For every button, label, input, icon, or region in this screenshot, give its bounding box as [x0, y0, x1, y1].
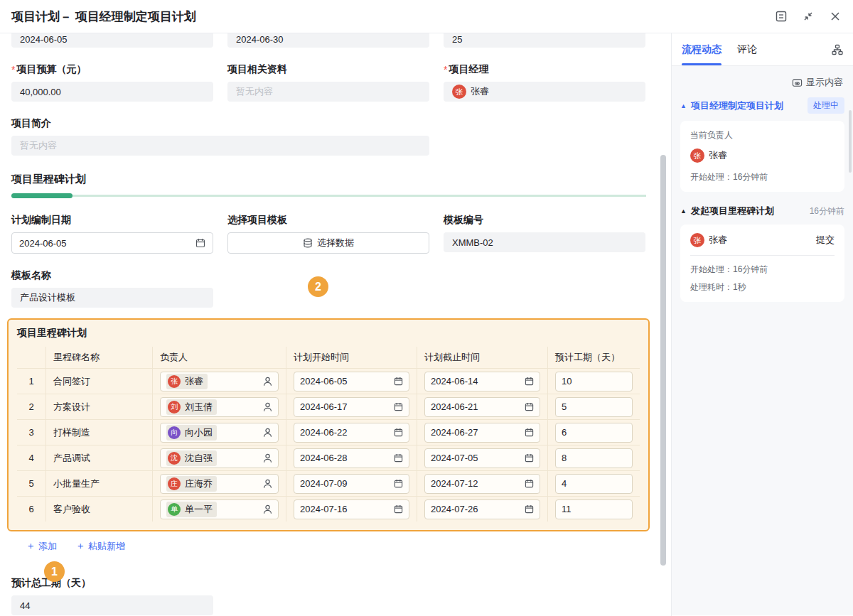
days-input[interactable]: 4: [555, 474, 633, 494]
collapse-icon[interactable]: [802, 10, 815, 23]
owner-name: 庄海乔: [185, 477, 213, 490]
template-no-field[interactable]: XMMB-02: [444, 232, 645, 252]
owner-chip: 沈 沈自强: [166, 450, 217, 466]
total-days-field[interactable]: 44: [11, 595, 213, 615]
end-date-picker[interactable]: 2024-07-05: [424, 448, 540, 468]
start-date-picker[interactable]: 2024-06-05: [294, 372, 409, 391]
row-index: 3: [17, 420, 45, 445]
days-input[interactable]: 8: [555, 448, 633, 468]
materials-field[interactable]: 暂无内容: [227, 82, 429, 102]
milestone-name-cell[interactable]: 小批量生产: [45, 471, 152, 496]
template-name-label: 模板名称: [11, 269, 646, 282]
calendar-icon: [394, 428, 403, 437]
row-index: 6: [17, 497, 45, 522]
close-icon[interactable]: [829, 10, 842, 23]
milestone-name-cell[interactable]: 客户验收: [45, 497, 152, 522]
col-owner-header: 负责人: [152, 347, 286, 368]
avatar: 张: [168, 375, 181, 388]
plan-date-input[interactable]: 2024-06-05: [11, 232, 213, 254]
start-date-field[interactable]: 2024-06-05: [11, 33, 213, 48]
budget-field[interactable]: 40,000.00: [11, 82, 213, 102]
table-row: 5 小批量生产 庄 庄海乔: [17, 470, 640, 496]
owner-label: 当前负责人: [690, 129, 835, 141]
milestone-name-cell[interactable]: 方案设计: [45, 394, 152, 419]
template-name-field[interactable]: 产品设计模板: [11, 288, 213, 308]
start-date-picker[interactable]: 2024-06-22: [294, 423, 409, 443]
days-input[interactable]: 10: [555, 372, 633, 391]
days-input[interactable]: 6: [555, 423, 633, 443]
days-input[interactable]: 11: [555, 499, 633, 519]
end-date-field[interactable]: 2024-06-30: [227, 33, 429, 48]
sidebar-tabbar: 流程动态 评论: [672, 33, 853, 66]
add-row-button[interactable]: ＋添加: [26, 540, 57, 553]
intro-field[interactable]: 暂无内容: [11, 136, 429, 156]
status-badge: 处理中: [808, 97, 844, 114]
avatar: 单: [168, 503, 181, 516]
start-date-picker[interactable]: 2024-06-28: [294, 448, 409, 468]
show-content-button[interactable]: 显示内容: [680, 76, 843, 89]
action-text: 提交: [816, 234, 835, 247]
calendar-icon: [394, 453, 403, 463]
main-scrollbar[interactable]: [660, 155, 666, 566]
person-icon[interactable]: [263, 377, 272, 387]
duration-field[interactable]: 25: [444, 33, 645, 48]
person-icon[interactable]: [263, 504, 272, 514]
flow-card-initiated: 张 张睿 提交 开始处理：16分钟前 处理耗时：1秒: [680, 225, 844, 302]
end-date-picker[interactable]: 2024-06-14: [424, 372, 540, 391]
flow-step-title: 发起项目里程碑计划: [691, 205, 810, 217]
person-icon[interactable]: [263, 453, 272, 463]
process-sidebar: 流程动态 评论 显示内容 ▲ 项目经理制定项目计划 处理中 当前负责人 张 张睿…: [671, 33, 853, 616]
sidebar-scrollbar[interactable]: [849, 110, 852, 173]
owner-name: 刘玉倩: [185, 401, 213, 414]
days-input[interactable]: 5: [555, 397, 633, 417]
tab-comments[interactable]: 评论: [737, 33, 757, 65]
start-date-picker[interactable]: 2024-07-09: [294, 474, 409, 494]
milestone-name-cell[interactable]: 打样制造: [45, 420, 152, 445]
flow-step-current[interactable]: ▲ 项目经理制定项目计划 处理中: [680, 97, 844, 114]
person-icon[interactable]: [263, 479, 272, 489]
select-data-button[interactable]: 选择数据: [227, 232, 429, 254]
owner-chip: 刘 刘玉倩: [166, 399, 217, 415]
end-date-picker[interactable]: 2024-06-27: [424, 423, 540, 443]
owner-picker[interactable]: 张 张睿: [160, 372, 279, 391]
milestone-section-title: 项目里程碑计划: [11, 173, 646, 186]
form-icon[interactable]: [775, 10, 788, 23]
start-date-picker[interactable]: 2024-06-17: [294, 397, 409, 417]
owner-picker[interactable]: 向 向小园: [160, 423, 279, 443]
calendar-icon: [394, 504, 403, 514]
person-icon[interactable]: [263, 402, 272, 412]
display-content-icon: [792, 77, 803, 88]
section-progress-bar: [11, 193, 646, 198]
org-chart-icon[interactable]: [832, 44, 843, 55]
owner-picker[interactable]: 庄 庄海乔: [160, 474, 279, 494]
milestone-name-cell[interactable]: 产品调试: [45, 445, 152, 470]
start-date-picker[interactable]: 2024-07-16: [294, 499, 409, 519]
person-icon[interactable]: [263, 428, 272, 438]
manager-field[interactable]: 张 张睿: [444, 82, 645, 102]
divider: [690, 255, 835, 256]
owner-name: 沈自强: [185, 452, 213, 465]
paste-add-button[interactable]: ＋粘贴新增: [75, 540, 125, 553]
owner-picker[interactable]: 单 单一平: [160, 499, 279, 519]
owner-picker[interactable]: 沈 沈自强: [160, 448, 279, 468]
row-index: 5: [17, 471, 45, 496]
calendar-icon: [195, 238, 205, 248]
avatar: 张: [690, 233, 704, 247]
col-start-header: 计划开始时间: [286, 347, 417, 368]
avatar: 张: [452, 85, 466, 99]
milestone-table: 里程碑名称 负责人 计划开始时间 计划截止时间 预计工期（天） 1 合同签订 张: [17, 347, 640, 522]
end-date-picker[interactable]: 2024-07-26: [424, 499, 540, 519]
owner-name: 张睿: [709, 149, 727, 162]
plan-date-label: 计划编制日期: [11, 214, 213, 227]
milestone-name-cell[interactable]: 合同签订: [45, 369, 152, 394]
col-days-header: 预计工期（天）: [547, 347, 640, 368]
calendar-icon: [525, 504, 534, 514]
manager-label: *项目经理: [444, 63, 645, 76]
owner-chip: 庄 庄海乔: [166, 476, 217, 492]
owner-picker[interactable]: 刘 刘玉倩: [160, 397, 279, 417]
end-date-picker[interactable]: 2024-06-21: [424, 397, 540, 417]
tab-flow-activity[interactable]: 流程动态: [682, 33, 721, 65]
row-index: 2: [17, 394, 45, 419]
end-date-picker[interactable]: 2024-07-12: [424, 474, 540, 494]
flow-step-initiated[interactable]: ▲ 发起项目里程碑计划 16分钟前: [680, 205, 844, 217]
